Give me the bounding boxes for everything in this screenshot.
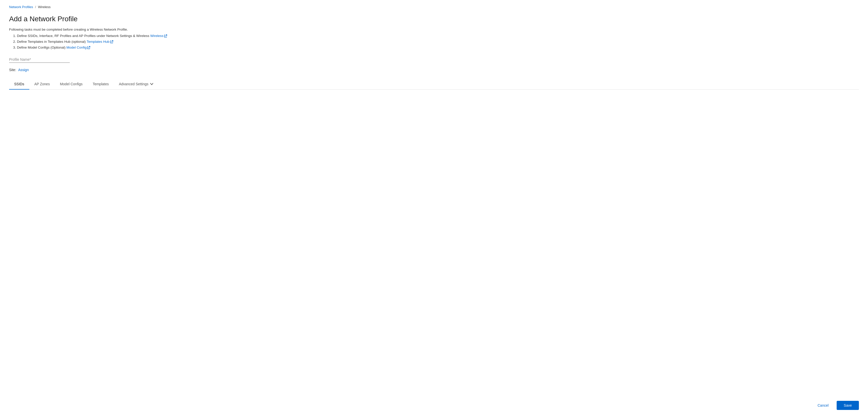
save-button[interactable]: Save [837,401,859,410]
instructions-text: Following tasks must be completed before… [9,28,859,31]
instruction-step-2: 2. Define Templates in Templates Hub (op… [13,40,859,43]
step-3-text: 3. Define Model Configs (Optional) [13,46,66,49]
tab-advanced-settings-label: Advanced Settings [119,82,148,86]
instruction-step-3: 3. Define Model Configs (Optional) Model… [13,46,859,49]
tab-content [9,90,859,241]
wireless-link[interactable]: Wireless [150,34,167,38]
tab-model-configs[interactable]: Model Configs [55,79,88,90]
cancel-button[interactable]: Cancel [812,401,834,410]
profile-name-input[interactable] [9,56,70,63]
breadcrumb-network-profiles[interactable]: Network Profiles [9,5,33,9]
model-config-link[interactable]: Model Config [66,46,91,49]
external-link-icon-2 [110,40,113,43]
page-title: Add a Network Profile [9,15,859,23]
external-link-icon [164,34,167,37]
step-2-text: 2. Define Templates in Templates Hub (op… [13,40,87,43]
bottom-actions: Cancel Save [803,396,868,415]
breadcrumb-current: Wireless [38,5,51,9]
chevron-down-icon [150,82,153,86]
instructions-list: 1. Define SSIDs, Interface, RF Profiles … [9,34,859,49]
tab-templates[interactable]: Templates [88,79,114,90]
instruction-step-1: 1. Define SSIDs, Interface, RF Profiles … [13,34,859,38]
tab-ssids[interactable]: SSIDs [9,79,29,90]
breadcrumb: Network Profiles / Wireless [9,5,859,9]
tab-advanced-settings[interactable]: Advanced Settings [114,79,158,90]
tabs-container: SSIDs AP Zones Model Configs Templates A… [9,79,859,90]
tab-ap-zones[interactable]: AP Zones [29,79,55,90]
external-link-icon-3 [87,46,90,49]
tabs: SSIDs AP Zones Model Configs Templates A… [9,79,859,89]
site-row: Site: Assign [9,68,859,72]
site-label: Site: [9,68,16,72]
templates-hub-link[interactable]: Templates Hub [87,40,113,43]
step-1-text: 1. Define SSIDs, Interface, RF Profiles … [13,34,150,38]
form-section [9,56,859,63]
breadcrumb-separator: / [35,5,36,9]
site-assign-link[interactable]: Assign [18,68,29,72]
